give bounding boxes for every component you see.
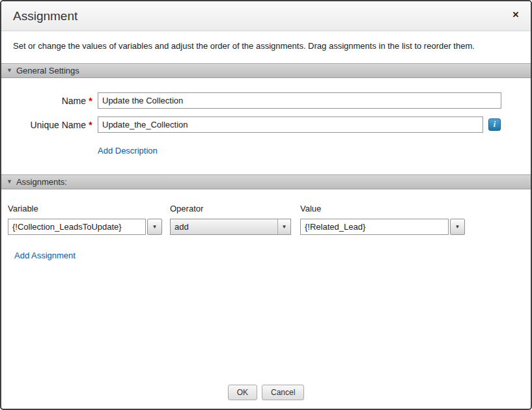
- section-header-assignments[interactable]: ▼ Assignments:: [1, 174, 531, 189]
- dialog-description: Set or change the values of variables an…: [1, 31, 531, 63]
- assignments-body: Variable Operator Value ▼ add ▼: [1, 189, 531, 261]
- value-dropdown-button[interactable]: ▼: [450, 219, 465, 235]
- close-icon[interactable]: ✕: [510, 9, 522, 21]
- column-header-operator: Operator: [170, 204, 300, 213]
- variable-input[interactable]: [8, 219, 146, 235]
- info-icon[interactable]: i: [488, 118, 501, 131]
- unique-name-label: Unique Name: [13, 120, 86, 130]
- required-asterisk: *: [86, 120, 95, 130]
- unique-name-row: Unique Name * i: [13, 116, 519, 133]
- chevron-down-icon: ▼: [152, 225, 158, 230]
- assignment-row: ▼ add ▼ ▼: [8, 219, 519, 235]
- value-combobox: ▼: [300, 219, 465, 235]
- assignments-header-label: Assignments:: [16, 177, 67, 187]
- assignment-dialog: Assignment ✕ Set or change the values of…: [0, 0, 532, 410]
- operator-cell: add ▼: [170, 219, 300, 235]
- name-label: Name: [13, 96, 86, 106]
- value-input[interactable]: [300, 219, 449, 235]
- general-settings-body: Name * Unique Name * i Add Description: [1, 78, 531, 174]
- collapse-triangle-icon[interactable]: ▼: [7, 179, 12, 185]
- name-row: Name *: [13, 92, 519, 109]
- column-header-variable: Variable: [8, 204, 170, 213]
- unique-name-input[interactable]: [98, 116, 483, 133]
- ok-button[interactable]: OK: [228, 385, 257, 400]
- required-asterisk: *: [86, 96, 95, 106]
- dialog-title: Assignment: [13, 9, 77, 23]
- variable-dropdown-button[interactable]: ▼: [147, 219, 162, 235]
- name-input[interactable]: [98, 92, 501, 109]
- chevron-down-icon: ▼: [282, 225, 287, 230]
- operator-dropdown-arrow[interactable]: ▼: [277, 219, 290, 234]
- dialog-footer: OK Cancel: [1, 385, 531, 400]
- chevron-down-icon: ▼: [455, 225, 460, 230]
- cancel-button[interactable]: Cancel: [262, 385, 304, 400]
- collapse-triangle-icon[interactable]: ▼: [7, 68, 12, 74]
- operator-selected-value: add: [171, 222, 277, 232]
- add-assignment-link[interactable]: Add Assignment: [14, 251, 76, 260]
- dialog-titlebar: Assignment ✕: [1, 1, 531, 31]
- variable-combobox: ▼: [8, 219, 170, 235]
- column-header-value: Value: [300, 204, 469, 213]
- assignment-column-headers: Variable Operator Value: [8, 204, 519, 213]
- add-description-link[interactable]: Add Description: [98, 146, 158, 156]
- operator-select[interactable]: add ▼: [170, 219, 291, 235]
- general-settings-header-label: General Settings: [16, 66, 79, 75]
- section-header-general-settings[interactable]: ▼ General Settings: [1, 63, 531, 78]
